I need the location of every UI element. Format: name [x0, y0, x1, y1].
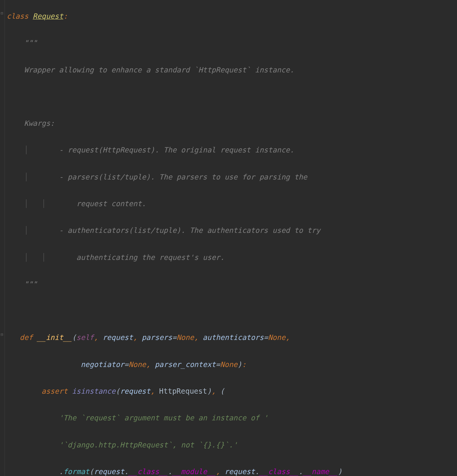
method-name: __init__	[37, 333, 72, 341]
class-keyword: class	[6, 12, 33, 20]
docstring-line: Wrapper allowing to enhance a standard `…	[0, 63, 449, 77]
param-parser-context: parser_context	[155, 360, 216, 369]
triple-quote: """	[24, 38, 37, 47]
string-literal: '`django.http.HttpRequest`, not `{}.{}`.…	[59, 441, 238, 449]
none-literal: None	[129, 360, 146, 369]
dunder-module: __module__	[172, 467, 216, 476]
request-ref: request	[224, 467, 255, 476]
docstring-line	[0, 90, 449, 103]
triple-quote: """	[24, 280, 37, 288]
none-literal: None	[177, 333, 194, 341]
request-ref: request	[94, 467, 124, 476]
format-line: .format(request.__class__.__module__, re…	[0, 465, 449, 476]
self-param: self	[77, 333, 94, 341]
param-negotiator: negotiator	[81, 360, 124, 369]
isinstance-call: isinstance	[72, 387, 115, 395]
param-request: request	[102, 333, 133, 341]
param-parsers: parsers	[142, 333, 172, 341]
param-authenticators: authenticators	[203, 333, 264, 341]
class-name: Request	[33, 12, 63, 20]
def-keyword: def	[20, 333, 37, 341]
code-editor[interactable]: ⊟ class Request: """ Wrapper allowing to…	[0, 0, 457, 476]
assert-line: assert isinstance(request, HttpRequest),…	[0, 385, 449, 398]
docstring-open: """	[0, 36, 449, 50]
dunder-class: __class__	[259, 467, 299, 476]
dunder-class: __class__	[129, 467, 168, 476]
blank-line	[0, 304, 449, 317]
def-line-cont: negotiator=None, parser_context=None):	[0, 358, 449, 371]
docstring-line: │ - parsers(list/tuple). The parsers to …	[0, 170, 449, 184]
format-call: format	[63, 467, 89, 476]
dunder-name: __name__	[303, 467, 338, 476]
docstring-line: Kwargs:	[0, 117, 449, 130]
colon: :	[63, 12, 67, 20]
none-literal: None	[268, 333, 286, 341]
docstring-close: """	[0, 277, 449, 291]
docstring-line: │ │ authenticating the request's user.	[0, 251, 449, 264]
fold-icon[interactable]: ⊟	[1, 10, 3, 17]
docstring-line: │ - request(HttpRequest). The original r…	[0, 143, 449, 157]
string-line: 'The `request` argument must be an insta…	[0, 411, 449, 425]
string-literal: 'The `request` argument must be an insta…	[59, 413, 268, 422]
docstring-line: │ - authenticators(list/tuple). The auth…	[0, 224, 449, 237]
class-declaration-line: ⊟ class Request:	[0, 10, 449, 23]
assert-keyword: assert	[42, 387, 72, 395]
httprequest-class: HttpRequest	[159, 387, 207, 395]
fold-icon[interactable]: ⊟	[1, 331, 3, 338]
request-arg: request	[120, 387, 150, 395]
def-line: ⊟ def __init__(self, request, parsers=No…	[0, 331, 449, 344]
none-literal: None	[220, 360, 238, 369]
code-block[interactable]: ⊟ class Request: """ Wrapper allowing to…	[0, 10, 449, 476]
string-line: '`django.http.HttpRequest`, not `{}.{}`.…	[0, 438, 449, 452]
docstring-line: │ │ request content.	[0, 197, 449, 210]
